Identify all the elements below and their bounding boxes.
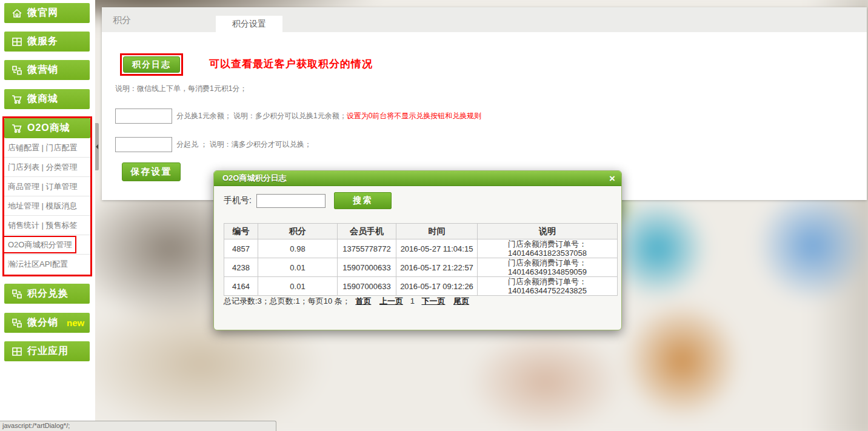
cell-phone: 15907000633 xyxy=(338,258,396,277)
cell-desc: 门店余额消费订单号：140146349134859059 xyxy=(478,258,618,277)
sidebar-item-points-exchange[interactable]: 积分兑换 xyxy=(4,284,90,304)
cell-desc: 门店余额消费订单号：140146344752243825 xyxy=(478,277,618,296)
cell-id: 4238 xyxy=(224,258,258,277)
cell-id: 4857 xyxy=(224,239,258,258)
cart-icon xyxy=(12,95,22,104)
cell-phone: 15907000633 xyxy=(338,277,396,296)
col-header-phone: 会员手机 xyxy=(338,224,396,239)
sidebar-item-label: 微商城 xyxy=(27,93,58,105)
cell-points: 0.01 xyxy=(258,258,338,277)
submenu-item-o2o-points-manage[interactable]: O2O商城积分管理 xyxy=(4,235,90,255)
o2o-submenu: 店铺配置 | 门店配置 门店列表 | 分类管理 商品管理 | 订单管理 地址管理… xyxy=(4,138,90,274)
red-annotation-text: 可以查看最近客户获取积分的情况 xyxy=(209,57,373,71)
cell-time: 2016-05-27 11:04:15 xyxy=(396,239,478,258)
table-row: 4238 0.01 15907000633 2016-05-17 21:22:5… xyxy=(224,258,618,277)
cell-phone: 13755778772 xyxy=(338,239,396,258)
pagination-current-page: 1 xyxy=(410,296,415,306)
cell-time: 2016-05-17 09:12:26 xyxy=(396,277,478,296)
table-header-row: 编号 积分 会员手机 时间 说明 xyxy=(224,224,618,239)
submenu-item-goods-orders[interactable]: 商品管理 | 订单管理 xyxy=(4,177,90,196)
pagination-next-link[interactable]: 下一页 xyxy=(422,296,446,306)
exchange-rate-row: 分兑换1元余额； 说明：多少积分可以兑换1元余额； 设置为0前台将不显示兑换按钮… xyxy=(115,109,481,124)
pagination-summary: 总记录数:3；总页数:1；每页10 条； xyxy=(224,296,350,306)
dialog-search-row: 手机号: 搜索 xyxy=(224,192,392,209)
table-row: 4164 0.01 15907000633 2016-05-17 09:12:2… xyxy=(224,277,618,296)
sidebar-item-micro-mall[interactable]: 微商城 xyxy=(4,89,90,109)
pagination: 总记录数:3；总页数:1；每页10 条； 首页 上一页 1 下一页 尾页 xyxy=(224,296,472,307)
dialog-header[interactable]: O2O商城积分日志 × xyxy=(214,171,621,186)
min-exchange-input[interactable] xyxy=(115,137,172,152)
phone-label: 手机号: xyxy=(224,195,252,206)
close-icon[interactable]: × xyxy=(609,173,615,184)
exchange-rate-warning: 设置为0前台将不显示兑换按钮和兑换规则 xyxy=(347,111,482,121)
o2o-mall-group-highlight: O2O商城 店铺配置 | 门店配置 门店列表 | 分类管理 商品管理 | 订单管… xyxy=(2,116,92,276)
cell-points: 0.01 xyxy=(258,277,338,296)
sidebar-item-micro-site[interactable]: 微官网 xyxy=(4,3,90,23)
points-rule-note: 说明：微信线上下单，每消费1元积1分； xyxy=(115,84,247,94)
collapse-arrow-icon xyxy=(96,144,98,149)
points-log-button[interactable]: 积分日志 xyxy=(123,56,180,73)
grid-icon xyxy=(12,37,22,47)
min-exchange-label: 分起兑 ； 说明：满多少积分才可以兑换； xyxy=(176,139,312,150)
submenu-item-sales-presale[interactable]: 销售统计 | 预售标签 xyxy=(4,216,90,235)
cell-id: 4164 xyxy=(224,277,258,296)
pagination-prev-link[interactable]: 上一页 xyxy=(379,296,403,306)
sync-squares-icon xyxy=(12,318,22,328)
grid-icon xyxy=(12,347,22,356)
sidebar-item-label: 微营销 xyxy=(27,64,58,76)
sync-squares-icon xyxy=(12,289,22,299)
cell-points: 0.98 xyxy=(258,239,338,258)
o2o-points-log-dialog: O2O商城积分日志 × 手机号: 搜索 编号 积分 会员手机 时间 说明 485… xyxy=(213,170,622,330)
submenu-item-address-template[interactable]: 地址管理 | 模版消息 xyxy=(4,196,90,216)
sidebar-item-label: 微官网 xyxy=(27,7,58,19)
submenu-item-store-config[interactable]: 店铺配置 | 门店配置 xyxy=(4,138,90,158)
cell-desc: 门店余额消费订单号：140146431823537058 xyxy=(478,239,618,258)
sidebar-item-label: 微分销 xyxy=(27,316,58,329)
min-exchange-row: 分起兑 ； 说明：满多少积分才可以兑换； xyxy=(115,137,312,152)
submenu-item-hanyun-api[interactable]: 瀚沄社区API配置 xyxy=(4,255,90,274)
page-title: 积分 xyxy=(113,7,131,32)
exchange-rate-label: 分兑换1元余额； 说明：多少积分可以兑换1元余额； xyxy=(176,111,347,121)
sidebar-item-micro-marketing[interactable]: 微营销 xyxy=(4,60,90,80)
sidebar-item-industry-apps[interactable]: 行业应用 xyxy=(4,341,90,361)
points-log-table: 编号 积分 会员手机 时间 说明 4857 0.98 13755778772 2… xyxy=(224,223,618,296)
table-row: 4857 0.98 13755778772 2016-05-27 11:04:1… xyxy=(224,239,618,258)
browser-status-bar: javascript:/*artDialog*/; xyxy=(0,421,276,431)
sidebar-item-micro-distribution[interactable]: 微分销 new xyxy=(4,313,90,333)
col-header-points: 积分 xyxy=(258,224,338,239)
sync-squares-icon xyxy=(12,65,22,75)
cell-time: 2016-05-17 21:22:57 xyxy=(396,258,478,277)
exchange-rate-input[interactable] xyxy=(115,109,172,124)
sidebar-item-label: 微服务 xyxy=(27,35,58,48)
submenu-item-store-list[interactable]: 门店列表 | 分类管理 xyxy=(4,158,90,177)
points-log-highlight-box: 积分日志 xyxy=(120,53,183,76)
sidebar-item-label: 行业应用 xyxy=(27,345,68,358)
home-icon xyxy=(12,8,22,18)
cart-icon xyxy=(12,124,22,133)
panel-collapse-handle[interactable] xyxy=(95,123,99,170)
phone-input[interactable] xyxy=(256,194,326,208)
sidebar-item-o2o-mall[interactable]: O2O商城 xyxy=(4,118,90,138)
pagination-last-link[interactable]: 尾页 xyxy=(453,296,469,306)
sidebar: 微官网 微服务 微营销 微商城 O2O商城 店铺配置 | 门店配置 门店列表 |… xyxy=(0,0,95,431)
col-header-time: 时间 xyxy=(396,224,478,239)
col-header-desc: 说明 xyxy=(478,224,618,239)
new-badge: new xyxy=(67,318,84,328)
sidebar-item-label: O2O商城 xyxy=(27,122,70,135)
submenu-item-label: O2O商城积分管理 xyxy=(8,240,72,249)
save-settings-button[interactable]: 保存设置 xyxy=(122,162,181,181)
search-button[interactable]: 搜索 xyxy=(334,192,392,209)
sidebar-item-micro-service[interactable]: 微服务 xyxy=(4,32,90,52)
col-header-id: 编号 xyxy=(224,224,258,239)
pagination-first-link[interactable]: 首页 xyxy=(355,296,371,306)
tab-points-settings[interactable]: 积分设置 xyxy=(216,16,282,32)
sidebar-item-label: 积分兑换 xyxy=(27,287,68,300)
dialog-title: O2O商城积分日志 xyxy=(214,173,286,184)
